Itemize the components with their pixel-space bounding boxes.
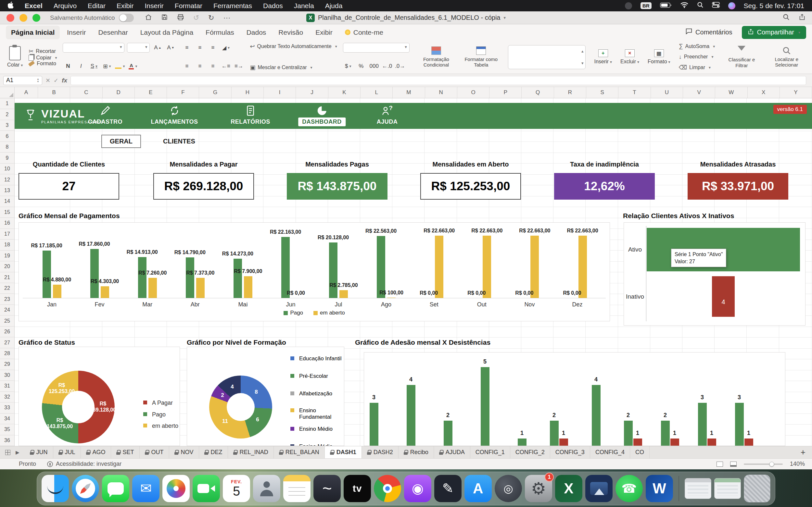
- column-header-q[interactable]: Q: [522, 87, 554, 98]
- sheet-tab-config-3[interactable]: CONFIG_3: [550, 446, 590, 458]
- active-inactive-chart[interactable]: AtivoInativo4Série 1 Ponto "Ativo"Valor:…: [624, 222, 806, 326]
- title-chevron-icon[interactable]: ▾: [503, 15, 506, 20]
- search-icon[interactable]: [783, 14, 790, 22]
- column-header-a[interactable]: A: [15, 87, 38, 98]
- autosum-button[interactable]: ∑AutoSoma▾: [679, 43, 715, 50]
- sheet-tab-dez[interactable]: DEZ: [199, 446, 228, 458]
- row-header-32[interactable]: 32: [0, 392, 14, 402]
- row-header-8[interactable]: 8: [0, 142, 14, 153]
- bar-adesao[interactable]: [407, 385, 415, 446]
- row-header-22[interactable]: 22: [0, 283, 14, 294]
- sheet-tab-dash1[interactable]: DASH1: [325, 446, 362, 458]
- sheet-tab-config-4[interactable]: CONFIG_4: [590, 446, 630, 458]
- sheet-tab-jun[interactable]: JUN: [25, 446, 53, 458]
- menu-editar[interactable]: Editar: [88, 2, 106, 10]
- orientation-button[interactable]: ◢▾: [220, 43, 231, 53]
- column-header-s[interactable]: S: [586, 87, 618, 98]
- next-sheet-icon[interactable]: ▶: [15, 450, 19, 455]
- row-header-12[interactable]: 12: [0, 174, 14, 185]
- sheet-tab-rel-balan[interactable]: REL_BALAN: [274, 446, 325, 458]
- column-header-m[interactable]: M: [393, 87, 425, 98]
- menu-inserir[interactable]: Inserir: [145, 2, 163, 10]
- column-header-e[interactable]: E: [135, 87, 167, 98]
- format-as-table-button[interactable]: Formatar como Tabela: [460, 46, 502, 68]
- bar-pago[interactable]: [234, 259, 242, 298]
- bar-em-aberto[interactable]: [148, 278, 157, 298]
- sort-filter-button[interactable]: Classificar e Filtrar: [721, 46, 762, 68]
- zoom-slider[interactable]: [744, 463, 783, 465]
- battery-icon[interactable]: [660, 2, 672, 10]
- sheet-tab-dash2[interactable]: DASH2: [362, 446, 399, 458]
- dock-finder-icon[interactable]: [42, 475, 69, 502]
- menu-arquivo[interactable]: Arquivo: [54, 2, 77, 10]
- sheet-tab-ago[interactable]: AGO: [81, 446, 111, 458]
- menu-ajuda[interactable]: Ajuda: [325, 2, 343, 10]
- row-header-34[interactable]: 34: [0, 413, 14, 424]
- column-header-k[interactable]: K: [328, 87, 360, 98]
- column-header-l[interactable]: L: [360, 87, 393, 98]
- zoom-level[interactable]: 140%: [790, 461, 805, 467]
- bar-em-aberto[interactable]: [101, 286, 109, 298]
- bar-adesao[interactable]: [592, 385, 601, 446]
- row-header-30[interactable]: 30: [0, 370, 14, 381]
- borders-button[interactable]: ⊞▾: [102, 61, 112, 71]
- dock-apple-tv-icon[interactable]: tv: [344, 475, 371, 502]
- fill-color-button[interactable]: ▾: [115, 61, 125, 71]
- italic-button[interactable]: I: [76, 61, 86, 71]
- bar-adesao[interactable]: [481, 367, 490, 446]
- sheet-tab-config-2[interactable]: CONFIG_2: [510, 446, 550, 458]
- row-header-26[interactable]: 26: [0, 327, 14, 337]
- font-name-select[interactable]: [63, 43, 124, 53]
- bar-desistencia[interactable]: [745, 439, 753, 446]
- bold-button[interactable]: N: [63, 61, 73, 71]
- dock-media-library-icon[interactable]: [585, 475, 613, 502]
- undo-icon[interactable]: ↺: [193, 14, 199, 21]
- dock-word-icon[interactable]: W: [646, 475, 673, 502]
- select-all-corner[interactable]: [0, 87, 15, 98]
- column-header-g[interactable]: G: [199, 87, 231, 98]
- ribbon-tab-revis-o[interactable]: Revisão: [273, 25, 308, 39]
- bar-em-aberto[interactable]: [387, 298, 396, 298]
- row-header-1[interactable]: 1: [0, 98, 14, 109]
- column-header-i[interactable]: I: [264, 87, 296, 98]
- comma-format-button[interactable]: 000: [369, 61, 379, 71]
- bar-pago[interactable]: [329, 242, 338, 298]
- name-box[interactable]: A1 ▲▼: [3, 76, 42, 85]
- dock-utility-icon[interactable]: ◎: [495, 475, 522, 502]
- banner-nav-ajuda[interactable]: ? AJUDA: [373, 105, 402, 126]
- align-top-button[interactable]: ≡: [182, 43, 192, 53]
- banner-nav-cadastro[interactable]: CADASTRO: [84, 105, 126, 126]
- minimize-window-button[interactable]: [19, 14, 27, 22]
- align-middle-button[interactable]: ≡: [195, 43, 205, 53]
- autosave-toggle[interactable]: [119, 14, 134, 22]
- row-header-3[interactable]: 3: [0, 120, 14, 131]
- share-doc-icon[interactable]: [799, 14, 806, 22]
- column-header-x[interactable]: X: [748, 87, 780, 98]
- sheet-list-icon[interactable]: [5, 450, 10, 455]
- bar-adesao[interactable]: [370, 403, 378, 446]
- banner-nav-lan-amentos[interactable]: LANÇAMENTOS: [147, 105, 202, 126]
- column-header-p[interactable]: P: [490, 87, 522, 98]
- dock-safari-icon[interactable]: [72, 475, 99, 502]
- sheet-tab-ajuda[interactable]: AJUDA: [434, 446, 470, 458]
- row-header-19[interactable]: 19: [0, 250, 14, 261]
- siri-icon[interactable]: [728, 2, 735, 9]
- add-sheet-button[interactable]: +: [794, 446, 812, 458]
- row-header-16[interactable]: 16: [0, 218, 14, 228]
- page-layout-view-icon[interactable]: [730, 461, 737, 467]
- cancel-entry-icon[interactable]: ✕: [46, 77, 50, 84]
- sheet-tab-jul[interactable]: JUL: [53, 446, 81, 458]
- menu-app-name[interactable]: Excel: [25, 2, 43, 10]
- bar-em-aberto[interactable]: [244, 276, 252, 298]
- format-cells-button[interactable]: ▦Formato▾: [645, 49, 673, 65]
- row-header-18[interactable]: 18: [0, 239, 14, 250]
- bar-em-aberto[interactable]: [340, 290, 348, 298]
- align-left-button[interactable]: ≡: [182, 61, 192, 71]
- dock-chrome-icon[interactable]: [374, 475, 401, 502]
- column-header-t[interactable]: T: [618, 87, 651, 98]
- row-header-25[interactable]: 25: [0, 316, 14, 326]
- bar-em-aberto[interactable]: [483, 236, 491, 298]
- sheet-grid[interactable]: 1236891012131415161718192021222324252627…: [0, 98, 812, 446]
- clear-button[interactable]: ⌫Limpar▾: [679, 64, 715, 71]
- conditional-formatting-button[interactable]: Formatação Condicional: [415, 46, 457, 68]
